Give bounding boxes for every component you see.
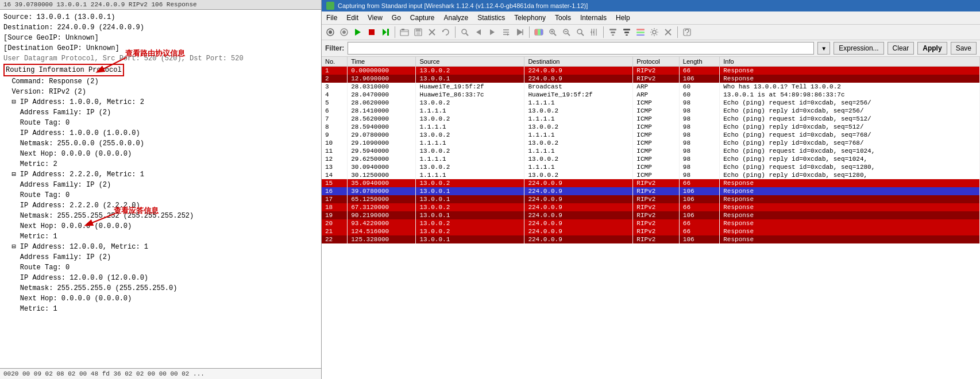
table-row[interactable]: 1535.094000013.0.0.2224.0.0.9RIPv266Resp… bbox=[322, 179, 980, 187]
menu-go[interactable]: Go bbox=[387, 13, 406, 23]
packet-cell-3: 1.1.1.1 bbox=[524, 163, 633, 171]
col-length[interactable]: Length bbox=[679, 57, 719, 67]
table-row[interactable]: 1430.12500001.1.1.113.0.0.2ICMP98Echo (p… bbox=[322, 171, 980, 179]
table-row[interactable]: 1129.594000013.0.0.21.1.1.1ICMP98Echo (p… bbox=[322, 147, 980, 155]
menu-statistics[interactable]: Statistics bbox=[473, 13, 510, 23]
packet-cell-2: 13.0.0.2 bbox=[416, 67, 524, 75]
menu-telephony[interactable]: Telephony bbox=[510, 13, 550, 23]
menu-view[interactable]: View bbox=[363, 13, 387, 23]
packet-cell-5: 98 bbox=[679, 123, 719, 131]
tb-prefs[interactable] bbox=[648, 26, 661, 38]
tb-stop-capture[interactable] bbox=[365, 26, 378, 38]
table-row[interactable]: 212.969000013.0.0.1224.0.0.9RIPv2106Resp… bbox=[322, 75, 980, 83]
table-row[interactable]: 1229.62500001.1.1.113.0.0.2ICMP98Echo (p… bbox=[322, 155, 980, 163]
tb-zoom-in[interactable] bbox=[546, 26, 559, 38]
table-row[interactable]: 428.0470000HuaweiTe_86:33:7cHuaweiTe_19:… bbox=[322, 91, 980, 99]
tb-colorize[interactable] bbox=[533, 26, 545, 38]
packet-cell-3: 224.0.0.9 bbox=[524, 203, 633, 211]
packet-cell-2: 13.0.0.2 bbox=[416, 147, 524, 155]
tb-find[interactable] bbox=[458, 26, 471, 38]
packet-list[interactable]: No. Time Source Destination Protocol Len… bbox=[322, 57, 980, 379]
table-row[interactable]: 1330.094000013.0.0.21.1.1.1ICMP98Echo (p… bbox=[322, 163, 980, 171]
svg-rect-51 bbox=[626, 34, 628, 36]
filter-dropdown[interactable]: ▼ bbox=[817, 42, 830, 55]
tb-zoom-out[interactable] bbox=[560, 26, 573, 38]
packet-cell-4: RIPv2 bbox=[633, 179, 680, 187]
packet-cell-2: 13.0.0.1 bbox=[416, 75, 524, 83]
packet-cell-3: 224.0.0.9 bbox=[524, 195, 633, 203]
packet-cell-5: 66 bbox=[679, 219, 719, 227]
packet-cell-0: 21 bbox=[322, 227, 348, 235]
expression-button[interactable]: Expression... bbox=[834, 42, 883, 55]
col-source[interactable]: Source bbox=[416, 57, 524, 67]
tb-display-filters[interactable] bbox=[620, 26, 633, 38]
tb-capture-options[interactable] bbox=[338, 26, 350, 38]
table-row[interactable]: 22125.32800013.0.0.1224.0.0.9RIPv2106Res… bbox=[322, 235, 980, 243]
menu-help[interactable]: Help bbox=[611, 13, 635, 23]
tb-close[interactable] bbox=[426, 26, 438, 38]
tb-save[interactable] bbox=[412, 26, 425, 38]
save-button[interactable]: Save bbox=[951, 42, 977, 55]
table-row[interactable]: 328.0310000HuaweiTe_19:5f:2fBroadcastARP… bbox=[322, 83, 980, 91]
packet-cell-1: 125.328000 bbox=[348, 235, 416, 243]
apply-button[interactable]: Apply bbox=[917, 42, 947, 55]
table-row[interactable]: 1639.078000013.0.0.1224.0.0.9RIPv2106Res… bbox=[322, 187, 980, 195]
col-time[interactable]: Time bbox=[348, 57, 416, 67]
packet-cell-0: 16 bbox=[322, 187, 348, 195]
tb-zoom-normal[interactable] bbox=[574, 26, 587, 38]
svg-rect-9 bbox=[387, 29, 389, 36]
tb-next[interactable] bbox=[486, 26, 499, 38]
table-row[interactable]: 2093.422000013.0.0.2224.0.0.9RIPv266Resp… bbox=[322, 219, 980, 227]
col-protocol[interactable]: Protocol bbox=[633, 57, 680, 67]
tb-scroll-bottom[interactable] bbox=[514, 26, 526, 38]
table-row[interactable]: 728.562000013.0.0.21.1.1.1ICMP98Echo (pi… bbox=[322, 115, 980, 123]
col-info[interactable]: Info bbox=[720, 57, 980, 67]
tb-reload[interactable] bbox=[439, 26, 452, 38]
table-row[interactable]: 1990.219000013.0.0.1224.0.0.9RIPv2106Res… bbox=[322, 211, 980, 219]
packet-cell-4: RIPv2 bbox=[633, 195, 680, 203]
col-no[interactable]: No. bbox=[322, 57, 348, 67]
tb-start-capture[interactable] bbox=[352, 26, 364, 38]
menu-capture[interactable]: Capture bbox=[406, 13, 439, 23]
col-destination[interactable]: Destination bbox=[524, 57, 633, 67]
tb-colorize-rules[interactable] bbox=[634, 26, 647, 38]
clear-button[interactable]: Clear bbox=[888, 42, 915, 55]
tb-help2[interactable] bbox=[681, 26, 693, 38]
menu-edit[interactable]: Edit bbox=[342, 13, 363, 23]
packet-cell-2: 13.0.0.1 bbox=[416, 195, 524, 203]
packet-cell-5: 98 bbox=[679, 155, 719, 163]
menu-tools[interactable]: Tools bbox=[550, 13, 576, 23]
tb-open[interactable] bbox=[398, 26, 411, 38]
table-row[interactable]: 628.14100001.1.1.113.0.0.2ICMP98Echo (pi… bbox=[322, 107, 980, 115]
packet-cell-6: Response bbox=[720, 187, 980, 195]
table-row[interactable]: 929.078000013.0.0.21.1.1.1ICMP98Echo (pi… bbox=[322, 131, 980, 139]
filter-input[interactable] bbox=[348, 42, 814, 55]
table-row[interactable]: 828.59400001.1.1.113.0.0.2ICMP98Echo (pi… bbox=[322, 123, 980, 131]
tb-close2[interactable] bbox=[662, 26, 674, 38]
packet-cell-5: 106 bbox=[679, 75, 719, 83]
table-row[interactable]: 10.0000000013.0.0.2224.0.0.9RIPv266Respo… bbox=[322, 67, 980, 75]
menu-analyze[interactable]: Analyze bbox=[439, 13, 473, 23]
table-row[interactable]: 21124.51600013.0.0.2224.0.0.9RIPv266Resp… bbox=[322, 227, 980, 235]
packet-table: No. Time Source Destination Protocol Len… bbox=[322, 57, 980, 243]
tb-prev[interactable] bbox=[472, 26, 485, 38]
menu-file[interactable]: File bbox=[322, 13, 342, 23]
tb-goto[interactable] bbox=[500, 26, 512, 38]
packet-cell-1: 65.1250000 bbox=[348, 195, 416, 203]
hex-bar: 0020 00 09 02 08 02 00 48 fd 36 02 02 00… bbox=[0, 368, 321, 379]
table-row[interactable]: 1765.125000013.0.0.1224.0.0.9RIPv2106Res… bbox=[322, 195, 980, 203]
tb-resize-columns[interactable] bbox=[588, 26, 600, 38]
table-row[interactable]: 1867.312000013.0.0.2224.0.0.9RIPv266Resp… bbox=[322, 203, 980, 211]
packet-cell-6: Response bbox=[720, 195, 980, 203]
svg-marker-26 bbox=[517, 29, 523, 36]
tb-capture-filters[interactable] bbox=[607, 26, 619, 38]
table-row[interactable]: 528.062000013.0.0.21.1.1.1ICMP98Echo (pi… bbox=[322, 99, 980, 107]
svg-rect-50 bbox=[624, 32, 629, 33]
table-row[interactable]: 1029.10900001.1.1.113.0.0.2ICMP98Echo (p… bbox=[322, 139, 980, 147]
packet-cell-4: ARP bbox=[633, 83, 680, 91]
packet-cell-0: 11 bbox=[322, 147, 348, 155]
packet-cell-1: 29.0780000 bbox=[348, 131, 416, 139]
tb-capture-interfaces[interactable] bbox=[324, 26, 337, 38]
tb-restart-capture[interactable] bbox=[379, 26, 392, 38]
menu-internals[interactable]: Internals bbox=[576, 13, 611, 23]
